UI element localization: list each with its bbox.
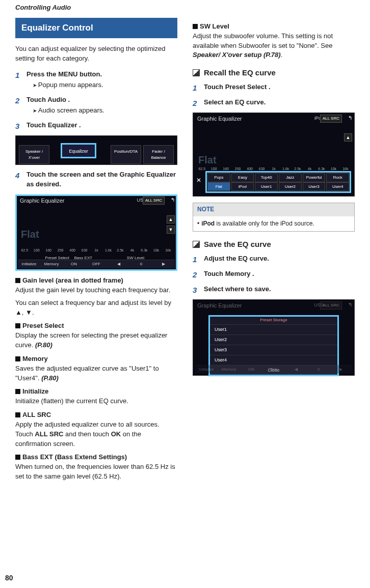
equalizer-button-highlighted: Equalizer xyxy=(61,143,96,158)
two-column-layout: Equalizer Control You can adjust equaliz… xyxy=(15,18,355,485)
section-title-equalizer-control: Equalizer Control xyxy=(15,18,177,39)
subsection-icon xyxy=(193,69,200,76)
intro-text: You can adjust equalizer by selecting th… xyxy=(15,44,177,64)
right-column: SW Level Adjust the subwoofer volume. Th… xyxy=(193,18,355,485)
item-preset-select: Preset Select xyxy=(15,321,177,331)
item-sw-level: SW Level xyxy=(193,22,355,32)
down-arrow-icon: ▼ xyxy=(167,226,175,234)
recall-screenshot: Graphic Equalizer iPod ALL SRC ↰ Flat ▲ … xyxy=(193,113,355,197)
step-1: 1 Press the MENU button. Popup menu appe… xyxy=(15,70,177,91)
storage-user3: User3 xyxy=(209,345,338,355)
storage-user1: User1 xyxy=(209,325,338,335)
menu-button-label: MENU xyxy=(58,70,77,78)
save-step-2: 2 Touch Memory . xyxy=(193,269,355,281)
step-number: 2 xyxy=(193,269,200,281)
back-icon: ↰ xyxy=(348,301,352,309)
allsrc-button: ALL SRC xyxy=(320,301,342,310)
preset-flat: Flat xyxy=(207,182,230,191)
item-sw-desc: Adjust the subwoofer volume. This settin… xyxy=(193,32,355,61)
preset-easy: Easy xyxy=(231,173,254,182)
square-bullet-icon xyxy=(15,455,20,460)
back-icon: ↰ xyxy=(348,115,352,122)
step-3-post: . xyxy=(77,121,81,129)
step-2: 2 Touch Audio . Audio screen appears. xyxy=(15,95,177,117)
step-1-pre: Press the xyxy=(27,70,58,78)
page-header: Controlling Audio xyxy=(15,0,355,16)
audio-label: Audio xyxy=(47,96,66,103)
step-1-post: button. xyxy=(77,70,102,78)
square-bullet-icon xyxy=(15,412,20,417)
square-bullet-icon xyxy=(15,389,20,394)
bottom-row-lower: InitializeMemoryONOFF◀0▶ xyxy=(195,365,352,374)
preset-jazz: Jazz xyxy=(279,173,302,182)
popup-title: Preset Storage xyxy=(209,316,338,325)
preset-popup: PopsEasyTop40JazzPowerfulRock FlatiPodUs… xyxy=(205,171,351,193)
up-arrow-icon: ▲ xyxy=(344,133,352,142)
step-number: 3 xyxy=(193,285,200,296)
step-1-result: Popup menu appears. xyxy=(27,80,177,90)
item-bassext-desc: When turned on, the frequencies lower th… xyxy=(15,462,177,482)
step-number: 3 xyxy=(15,121,22,132)
item-gain-desc1: Adjust the gain level by touching each f… xyxy=(15,286,177,295)
item-initialize: Initialize xyxy=(15,387,177,397)
subsection-icon xyxy=(193,241,200,248)
left-column: Equalizer Control You can adjust equaliz… xyxy=(15,18,177,485)
recall-step-1: 1 Touch Preset Select . xyxy=(193,82,355,94)
save-screenshot: Graphic Equalizer USB ALL SRC ↰ Preset S… xyxy=(193,299,355,376)
storage-user4: User4 xyxy=(209,355,338,366)
note-box: NOTE •iPod is available only for the iPo… xyxy=(193,203,355,232)
step-3-pre: Touch xyxy=(27,121,48,129)
subsection-save: Save the EQ curve xyxy=(193,239,355,250)
bottom-row-lower: InitializeMemoryONOFF◀0▶ xyxy=(18,260,175,268)
step-4: 4 Touch the screen and set the Graphic E… xyxy=(15,170,177,190)
flat-preset-label: Flat xyxy=(21,227,39,242)
save-step-1: 1 Adjust the EQ curve. xyxy=(193,254,355,265)
square-bullet-icon xyxy=(15,323,20,328)
frequency-labels: 62.51001602504006301k1.6k2.5k4k6.3k10k16… xyxy=(19,248,174,253)
storage-user2: User2 xyxy=(209,335,338,345)
allsrc-button: ALL SRC xyxy=(143,197,165,205)
preset-top40: Top40 xyxy=(255,173,278,182)
preset-powerful: Powerful xyxy=(303,173,326,182)
screenshot-title: Graphic Equalizer xyxy=(197,115,242,123)
square-bullet-icon xyxy=(15,278,20,283)
step-number: 1 xyxy=(193,82,200,94)
step-2-post: . xyxy=(66,96,70,103)
item-allsrc-desc: Apply the adjusted equalizer curve to al… xyxy=(15,420,177,449)
preset-user1: User1 xyxy=(255,182,278,191)
step-number: 4 xyxy=(15,170,22,190)
square-bullet-icon xyxy=(193,24,198,29)
step-2-result: Audio screen appears. xyxy=(27,106,177,116)
item-initialize-desc: Initialize (flatten) the current EQ curv… xyxy=(15,397,177,406)
subsection-recall: Recall the EQ curve xyxy=(193,67,355,78)
preset-rock: Rock xyxy=(326,173,349,182)
item-gain-level: Gain level (area in dotted frame) xyxy=(15,276,177,286)
step-number: 2 xyxy=(193,98,200,109)
preset-user2: User2 xyxy=(279,182,302,191)
screenshot-title: Graphic Equalizer xyxy=(197,302,242,310)
item-bassext: Bass EXT (Bass Extend Settings) xyxy=(15,453,177,462)
speaker-xover-button: Speaker / X'over xyxy=(19,145,49,164)
step-number: 1 xyxy=(193,254,200,265)
flat-preset-label: Flat xyxy=(198,153,217,167)
fader-balance-button: Fader / Balance xyxy=(143,145,174,164)
item-memory: Memory xyxy=(15,354,177,364)
allsrc-button: ALL SRC xyxy=(320,115,342,123)
step-number: 1 xyxy=(15,70,22,91)
step-3: 3 Touch Equalizer . xyxy=(15,121,177,132)
item-preset-desc: Display the screen for selecting the pre… xyxy=(15,331,177,350)
note-heading: NOTE xyxy=(193,203,354,216)
preset-pops: Pops xyxy=(207,173,230,182)
save-step-3: 3 Select where to save. xyxy=(193,285,355,296)
item-allsrc: ALL SRC xyxy=(15,410,177,420)
close-icon: ✕ xyxy=(196,176,201,185)
up-arrow-icon: ▲ xyxy=(167,215,175,223)
step-2-pre: Touch xyxy=(27,96,47,103)
item-gain-desc2: You can select a frequency bar and adjus… xyxy=(15,298,177,318)
position-dta-button: Position/DTA xyxy=(111,145,141,164)
recall-step-2: 2 Select an EQ curve. xyxy=(193,98,355,109)
step-4-text: Touch the screen and set the Graphic Equ… xyxy=(27,171,176,188)
preset-user3: User3 xyxy=(303,182,326,191)
back-icon: ↰ xyxy=(171,197,175,204)
item-memory-desc: Saves the adjusted equalizer curve as "U… xyxy=(15,364,177,383)
